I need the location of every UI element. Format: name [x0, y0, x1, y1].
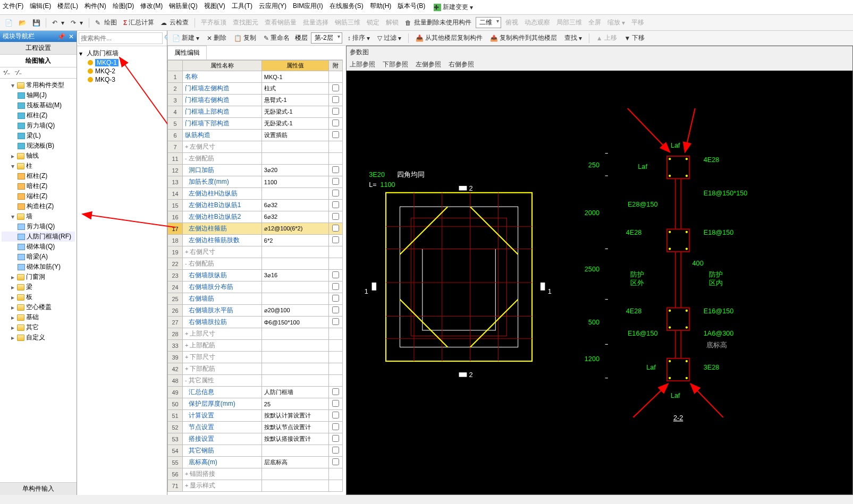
tree-node[interactable]: ▸ 基础	[2, 312, 75, 322]
move-down-button[interactable]: ▼下移	[622, 32, 647, 44]
del-comp-button[interactable]: ✕删除	[205, 32, 229, 44]
property-row[interactable]: 49 汇总信息人防门框墙	[168, 387, 343, 398]
tree-node[interactable]: ▸ 其它	[2, 322, 75, 332]
property-row[interactable]: 16 左侧边柱B边纵筋26⌀32	[168, 211, 343, 223]
zoom-button[interactable]: 缩放 ▾	[605, 17, 627, 28]
expand-icon[interactable]: ⁺⁄₋	[3, 69, 10, 76]
local-3d-button[interactable]: 局部三维	[554, 17, 584, 28]
menu-view[interactable]: 视图(V)	[204, 2, 225, 13]
filter-button[interactable]: ▽过滤 ▾	[375, 32, 403, 44]
tree-node[interactable]: 暗梁(A)	[2, 252, 75, 262]
property-row[interactable]: 26 右侧墙肢水平筋⌀20@100	[168, 305, 343, 317]
property-row[interactable]: 39+ 下部尺寸	[168, 352, 343, 363]
property-row[interactable]: 23 右侧墙肢纵筋3⌀16	[168, 270, 343, 281]
property-row[interactable]: 28+ 上部尺寸	[168, 328, 343, 340]
property-row[interactable]: 18 左侧边柱箍筋肢数6*2	[168, 235, 343, 246]
nav-close-icon[interactable]: ✕	[69, 33, 74, 40]
tree-node[interactable]: 剪力墙(Q)	[2, 121, 75, 131]
property-row[interactable]: 5门框墙下部构造无卧梁式-1	[168, 118, 343, 130]
property-row[interactable]: 50 保护层厚度(mm)25	[168, 398, 343, 410]
sort-button[interactable]: ↕排序 ▾	[345, 32, 372, 44]
tree-node[interactable]: 框柱(Z)	[2, 110, 75, 121]
menu-file[interactable]: 文件(F)	[3, 2, 23, 13]
menu-edit[interactable]: 编辑(E)	[30, 2, 51, 13]
property-row[interactable]: 33+ 上部配筋	[168, 340, 343, 352]
save-button[interactable]: 💾	[30, 18, 42, 28]
tree-node[interactable]: 现浇板(B)	[2, 141, 75, 151]
cloud-check-button[interactable]: ☁云检查	[158, 17, 191, 28]
tree-node[interactable]: ▾ 柱	[2, 161, 75, 171]
search-input[interactable]	[79, 32, 163, 44]
property-row[interactable]: 14 左侧边柱H边纵筋	[168, 188, 343, 200]
property-row[interactable]: 48- 其它属性	[168, 375, 343, 387]
property-table[interactable]: 属性名称属性值附 1名称MKQ-12门框墙左侧构造柱式3门框墙右侧构造悬臂式-1…	[167, 60, 343, 492]
property-row[interactable]: 15 左侧边柱B边纵筋16⌀32	[168, 200, 343, 211]
batch-del-button[interactable]: 🗑批量删除未使用构件	[403, 17, 474, 28]
top-view-button[interactable]: 俯视	[503, 17, 520, 28]
instance-tree[interactable]: ▾ 人防门框墙 MKQ-1 MKQ-2 MKQ-3	[77, 46, 167, 495]
tree-node[interactable]: 梁(L)	[2, 131, 75, 141]
tree-node[interactable]: MKQ-2	[79, 67, 165, 75]
property-row[interactable]: 52 节点设置按默认节点设置计	[168, 422, 343, 433]
nav-tab-draw[interactable]: 绘图输入	[0, 55, 77, 67]
tree-node[interactable]: MKQ-3	[79, 75, 165, 84]
tree-node[interactable]: 暗柱(Z)	[2, 181, 75, 191]
tree-node[interactable]: ▸ 空心楼盖	[2, 302, 75, 312]
open-button[interactable]: 📂	[16, 18, 28, 28]
ref-bottom[interactable]: 下部参照	[383, 60, 408, 69]
tree-node[interactable]: 框柱(Z)	[2, 171, 75, 181]
floor-combo[interactable]: 第-2层	[311, 32, 342, 44]
property-row[interactable]: 3门框墙右侧构造悬臂式-1	[168, 95, 343, 106]
menu-rebar[interactable]: 钢筋量(Q)	[169, 2, 197, 13]
menu-version[interactable]: 版本号(B)	[398, 2, 425, 13]
menu-draw[interactable]: 绘图(D)	[113, 2, 134, 13]
tree-node[interactable]: ▸ 轴线	[2, 151, 75, 161]
property-row[interactable]: 17 左侧边柱箍筋⌀12@100(6*2)	[168, 223, 343, 235]
tree-node[interactable]: 砌体墙(Q)	[2, 242, 75, 252]
tree-node[interactable]: ▸ 梁	[2, 282, 75, 292]
tree-node[interactable]: 砌体加筋(Y)	[2, 262, 75, 272]
redo-button[interactable]: ↷▾	[69, 18, 85, 28]
even-slab-button[interactable]: 平齐板顶	[199, 17, 229, 28]
ref-top[interactable]: 上部参照	[350, 60, 375, 69]
nav-tab-settings[interactable]: 工程设置	[0, 42, 77, 55]
diagram-canvas[interactable]: 3E20四角均同 L=1100	[347, 71, 852, 494]
property-row[interactable]: 53 搭接设置按默认搭接设置计	[168, 433, 343, 445]
batch-sel-button[interactable]: 批量选择	[301, 17, 331, 28]
collapse-icon[interactable]: ⁻⁄₋	[14, 69, 22, 76]
tree-node[interactable]: MKQ-1	[79, 58, 165, 67]
property-row[interactable]: 54 其它钢筋	[168, 445, 343, 457]
lock-button[interactable]: 锁定	[365, 17, 382, 28]
new-doc-button[interactable]: 📄	[3, 18, 14, 28]
property-row[interactable]: 42+ 下部配筋	[168, 363, 343, 375]
property-row[interactable]: 1名称MKQ-1	[168, 71, 343, 83]
tree-node[interactable]: ▾ 常用构件类型	[2, 80, 75, 90]
property-tab[interactable]: 属性编辑	[167, 46, 207, 59]
tree-node[interactable]: ▸ 板	[2, 292, 75, 302]
menu-layer[interactable]: 楼层(L)	[57, 2, 78, 13]
tree-node[interactable]: 筏板基础(M)	[2, 100, 75, 110]
rename-comp-button[interactable]: ✎重命名	[261, 32, 292, 44]
property-row[interactable]: 24 右侧墙肢分布筋	[168, 281, 343, 293]
nav-pin-icon[interactable]: 📌	[57, 33, 65, 40]
find-button[interactable]: 查找 ▾	[562, 32, 584, 44]
property-row[interactable]: 13 加筋长度(mm)1100	[168, 176, 343, 188]
menu-cloud[interactable]: 云应用(Y)	[259, 2, 286, 13]
property-row[interactable]: 7+ 左侧尺寸	[168, 141, 343, 153]
view-mode-combo[interactable]: 二维	[476, 17, 501, 28]
property-row[interactable]: 19+ 右侧尺寸	[168, 246, 343, 258]
rebar-3d-button[interactable]: 钢筋三维	[333, 17, 362, 28]
tree-node[interactable]: 端柱(Z)	[2, 191, 75, 201]
menu-online[interactable]: 在线服务(S)	[330, 2, 364, 13]
fullscreen-button[interactable]: 全屏	[586, 17, 603, 28]
ref-left[interactable]: 左侧参照	[416, 60, 441, 69]
unlock-button[interactable]: 解锁	[384, 17, 401, 28]
menu-modify[interactable]: 修改(M)	[140, 2, 163, 13]
property-row[interactable]: 71+ 显示样式	[168, 480, 343, 492]
property-row[interactable]: 27 右侧墙肢拉筋Φ6@150*100	[168, 317, 343, 328]
property-row[interactable]: 51 计算设置按默认计算设置计	[168, 410, 343, 422]
move-up-button[interactable]: ▲上移	[594, 32, 619, 44]
menu-help[interactable]: 帮助(H)	[370, 2, 392, 13]
view-rebar-button[interactable]: 查看钢筋量	[263, 17, 299, 28]
copyto-button[interactable]: 📤复制构件到其他楼层	[488, 32, 559, 44]
